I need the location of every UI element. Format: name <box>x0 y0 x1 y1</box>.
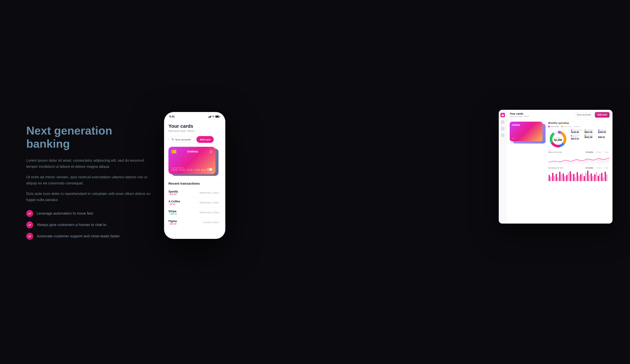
card-expiry: 06/24 <box>201 169 206 171</box>
feature-text-1: Leverage automation to move fast <box>37 211 93 216</box>
svg-rect-49 <box>220 116 220 117</box>
dashboard-sync-button[interactable]: Sync accounts <box>574 112 594 117</box>
feature-item-1: Leverage automation to move fast <box>26 210 153 217</box>
phone-heading: Your cards <box>168 124 221 129</box>
phone-status-time: 9:41 <box>169 115 174 118</box>
svg-rect-15 <box>561 174 562 181</box>
bar-time-12m[interactable]: 12 months <box>585 167 594 169</box>
dashboard-title: Your cards <box>510 112 529 115</box>
page-container: Next generation banking Lorem ipsum dolo… <box>0 0 630 364</box>
svg-rect-18 <box>566 175 568 181</box>
svg-rect-22 <box>573 174 574 181</box>
svg-rect-38 <box>601 173 602 181</box>
tx-stripe-time: Wednesday 2:45am <box>200 211 219 214</box>
stat-food-value: $614.16 <box>571 138 582 140</box>
svg-rect-30 <box>587 170 588 181</box>
svg-rect-9 <box>550 176 552 181</box>
tx-coffee-chevron[interactable]: › <box>220 201 221 204</box>
svg-rect-23 <box>575 177 576 181</box>
svg-rect-34 <box>594 174 596 181</box>
stat-subscriptions-value: $148.40 <box>571 131 582 134</box>
monthly-spending-label: Monthly spending <box>548 122 610 124</box>
phone-sync-button[interactable]: ↻ Sync accounts <box>168 136 194 143</box>
tx-figma-time: Tuesday 6:10pm <box>203 221 219 224</box>
svg-rect-43 <box>209 116 210 118</box>
time-12m[interactable]: 12 months <box>585 151 594 153</box>
check-icon-3 <box>26 233 33 240</box>
svg-rect-21 <box>571 174 572 181</box>
svg-rect-29 <box>585 173 586 181</box>
tx-stripe-chevron[interactable]: › <box>220 211 221 214</box>
svg-rect-45 <box>211 116 211 118</box>
phone-mockup: 9:41 <box>164 112 225 239</box>
transactions-title: Recent transactions <box>168 182 200 185</box>
tx-spotify-time: Wednesday 1:00pm <box>200 192 219 194</box>
tx-figma-amount: - $15.00 <box>168 223 177 225</box>
time-7d[interactable]: 7 days <box>603 151 610 153</box>
svg-rect-36 <box>598 176 599 181</box>
svg-rect-8 <box>548 175 550 181</box>
line-chart-svg <box>548 154 610 165</box>
more-options-icon[interactable]: ⋮ <box>216 181 221 185</box>
svg-rect-24 <box>576 172 578 181</box>
stat-investing-label: Investing <box>600 129 606 131</box>
svg-rect-32 <box>590 174 592 181</box>
donut-total-value: $2,280 <box>554 138 562 142</box>
feature-item-3: Automate customer support and close lead… <box>26 233 153 240</box>
stat-food-label: Food and dining <box>572 134 582 138</box>
bar-time-30d[interactable]: 30 days <box>595 167 602 169</box>
tx-spotify-name: Spotify <box>168 190 178 193</box>
tx-figma-chevron[interactable]: › <box>220 221 221 224</box>
filter-last-month: Last month <box>563 126 572 128</box>
balance-over-time-label: Balance over time <box>548 151 562 153</box>
feature-text-3: Automate customer support and close lead… <box>37 234 120 238</box>
svg-rect-44 <box>210 116 210 118</box>
tx-coffee-name: A Coffee <box>168 200 180 203</box>
phone-add-card-button[interactable]: Add card <box>196 136 214 143</box>
time-30d[interactable]: 30 days <box>595 151 602 153</box>
card-number: 1234 1234 1234 1234 <box>172 169 200 171</box>
svg-rect-39 <box>603 177 604 181</box>
transaction-figma: Figma - $15.00 Tuesday 6:10pm › <box>168 218 221 227</box>
card-chip <box>172 150 176 153</box>
features-list: Leverage automation to move fast Always … <box>26 210 153 240</box>
card-wifi-symbol: ))) <box>209 150 212 153</box>
card-toggle[interactable] <box>207 168 212 171</box>
dashboard-add-card-button[interactable]: Add card <box>595 112 610 118</box>
filter-this-month: This month <box>550 126 559 128</box>
donut-total-label: Total <box>554 137 562 138</box>
svg-rect-16 <box>562 174 564 181</box>
check-icon-1 <box>26 210 33 217</box>
card-preview-title-1: Untitled <box>512 124 540 126</box>
bar-time-7d[interactable]: 7 days <box>603 167 610 169</box>
svg-rect-10 <box>552 173 554 181</box>
svg-rect-41 <box>606 174 608 181</box>
svg-rect-26 <box>580 174 582 181</box>
svg-rect-27 <box>582 174 583 181</box>
svg-rect-37 <box>599 174 600 181</box>
card-toggle-dot <box>210 168 212 170</box>
feature-item-2: Always give customers a human to chat to <box>26 222 153 228</box>
svg-rect-25 <box>578 176 580 181</box>
svg-rect-35 <box>596 172 597 181</box>
stat-investing-value: $290.00 <box>598 131 610 134</box>
feature-text-2: Always give customers a human to chat to <box>37 223 106 227</box>
desktop-dashboard: Your cards Welcome back, Olivia! Sync ac… <box>499 110 612 224</box>
signal-icon <box>208 116 211 118</box>
tx-spotify-chevron[interactable]: › <box>220 191 221 194</box>
svg-rect-11 <box>554 176 555 181</box>
tx-stripe-name: Stripe <box>168 210 177 213</box>
stat-other-value: $48.44 <box>598 136 610 138</box>
dashboard-sidebar-icon-cards <box>501 127 504 130</box>
bar-chart-svg <box>548 170 610 182</box>
svg-rect-31 <box>589 175 590 181</box>
svg-rect-12 <box>556 174 557 181</box>
svg-rect-0 <box>502 115 504 116</box>
tx-stripe-amount: + $88.00 <box>168 213 177 215</box>
right-content: Your cards Welcome back, Olivia! Sync ac… <box>153 106 612 258</box>
dashboard-sidebar-icon-settings <box>501 134 504 137</box>
stat-mortgage-value: $824.28 <box>584 131 596 134</box>
svg-rect-40 <box>604 172 606 181</box>
sync-icon: ↻ <box>172 138 174 141</box>
svg-rect-42 <box>208 117 209 118</box>
